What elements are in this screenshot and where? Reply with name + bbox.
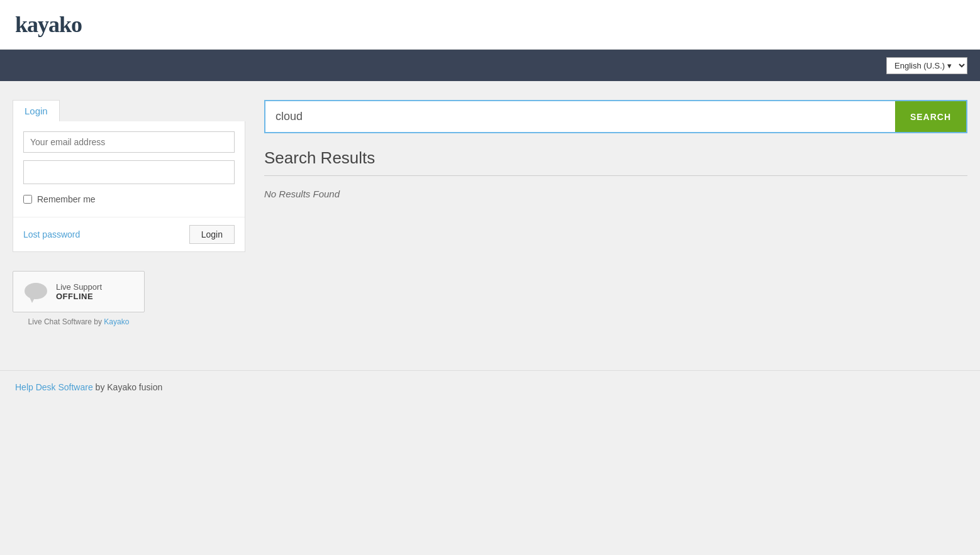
main-content: Login Remember me Lost password Login [0, 81, 980, 345]
search-input[interactable] [265, 101, 895, 132]
chat-bubble-icon [23, 280, 48, 303]
email-input[interactable] [23, 131, 235, 153]
help-desk-software-link[interactable]: Help Desk Software [15, 382, 93, 392]
remember-row: Remember me [23, 192, 235, 207]
search-results-title: Search Results [264, 148, 967, 168]
no-results-text: No Results Found [264, 189, 967, 199]
remember-me-label: Remember me [37, 194, 96, 204]
kayako-link[interactable]: Kayako [104, 317, 129, 326]
search-results-section: Search Results No Results Found [264, 148, 967, 199]
svg-marker-1 [30, 297, 35, 303]
search-panel: SEARCH Search Results No Results Found [264, 100, 967, 199]
login-box: Remember me Lost password Login [13, 121, 245, 252]
login-panel: Login Remember me Lost password Login [13, 100, 245, 326]
login-button[interactable]: Login [189, 225, 235, 244]
remember-me-checkbox[interactable] [23, 195, 32, 204]
login-tab[interactable]: Login [13, 100, 60, 121]
search-results-divider [264, 175, 967, 176]
live-support-title: Live Support [56, 282, 102, 292]
live-support-box[interactable]: Live Support OFFLINE [13, 271, 145, 312]
nav-bar: English (U.S.) ▾ [0, 50, 980, 81]
login-fields: Remember me [13, 121, 245, 217]
password-input[interactable] [23, 160, 235, 184]
live-support-status: OFFLINE [56, 292, 102, 301]
svg-point-0 [25, 283, 47, 299]
search-button[interactable]: SEARCH [895, 101, 966, 132]
top-bar: kayako [0, 0, 980, 50]
language-selector[interactable]: English (U.S.) ▾ [886, 57, 967, 74]
login-footer: Lost password Login [13, 217, 245, 251]
logo: kayako [15, 11, 965, 38]
search-bar: SEARCH [264, 100, 967, 133]
footer: Help Desk Software by Kayako fusion [0, 370, 980, 404]
footer-suffix: by Kayako fusion [93, 382, 163, 392]
live-chat-software-footer: Live Chat Software by Kayako [13, 317, 145, 326]
live-support-widget: Live Support OFFLINE Live Chat Software … [13, 271, 145, 326]
live-support-text: Live Support OFFLINE [56, 282, 102, 301]
lost-password-link[interactable]: Lost password [23, 229, 80, 239]
